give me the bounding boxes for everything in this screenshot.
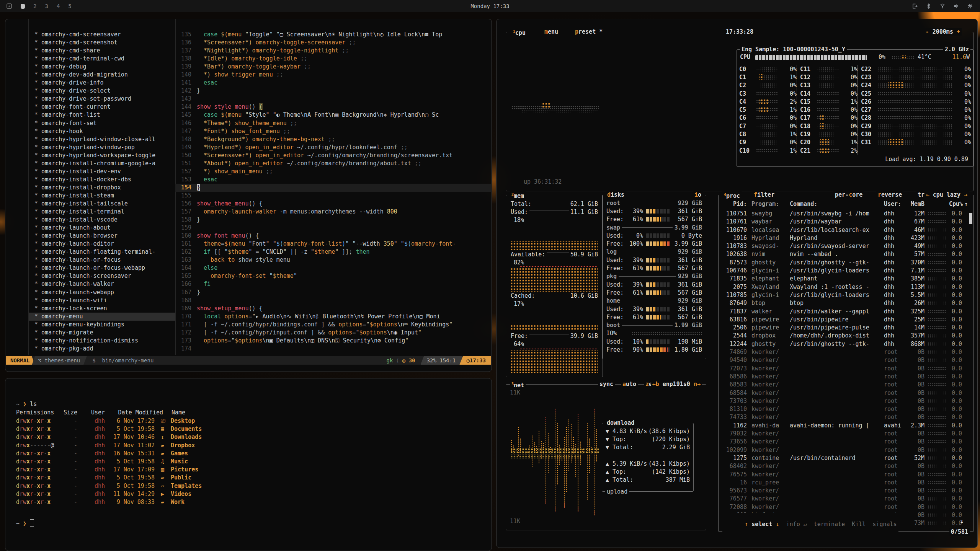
process-row[interactable]: 2506pipewire/usr/bin/pipewire-pulsedhh14… bbox=[719, 324, 973, 332]
file-item[interactable]: * omarchy-drive-info bbox=[29, 79, 175, 87]
file-item[interactable]: * omarchy-hook bbox=[29, 127, 175, 135]
reverse-toggle[interactable]: reverse bbox=[876, 191, 903, 199]
file-item[interactable]: * omarchy-launch-browser bbox=[29, 232, 175, 240]
process-row[interactable]: 63816pipewire/usr/bin/pipewiredhh25M0.0 bbox=[719, 316, 973, 324]
process-row[interactable]: 87649btopbtopdhh26M0.0 bbox=[719, 299, 973, 307]
process-row[interactable]: 16rcu_preeroot0B0.0 bbox=[719, 479, 973, 487]
update-interval[interactable]: - 2000ms + bbox=[924, 28, 962, 36]
process-row[interactable]: 110785glycin-i/usr/lib/glycin-loadersdhh… bbox=[719, 291, 973, 299]
file-item[interactable]: * omarchy-install-dropbox bbox=[29, 184, 175, 192]
process-row[interactable]: 2544dropbox/home/dhh/.dropbox-distdhh357… bbox=[719, 332, 973, 340]
per-core-toggle[interactable]: per-core bbox=[833, 191, 864, 199]
file-item[interactable]: * omarchy-menu bbox=[29, 313, 175, 321]
process-row[interactable]: 68583kworker/root0B0.0 bbox=[719, 381, 973, 389]
process-row[interactable]: 79032kworker/root0B0.0 bbox=[719, 430, 973, 438]
process-row[interactable]: 1275containe/usr/bin/containerdroot52M0.… bbox=[719, 454, 973, 462]
process-row[interactable]: 74869kworker/root0B0.0 bbox=[719, 348, 973, 356]
process-row[interactable]: 12244ghostty/usr/bin/ghostty --gtk-dhh86… bbox=[719, 340, 973, 348]
file-item[interactable]: * omarchy-dev-add-migration bbox=[29, 71, 175, 79]
process-row[interactable]: 76577kworker/root0B0.0 bbox=[719, 495, 973, 503]
file-item[interactable]: * omarchy-hyprland-window-pop bbox=[29, 143, 175, 152]
process-row[interactable]: 94540kworker/root0B0.0 bbox=[719, 356, 973, 364]
menu-button[interactable]: menu bbox=[543, 28, 560, 36]
process-row[interactable]: 95673kworker/root0B0.0 bbox=[719, 487, 973, 495]
process-row[interactable]: 68402kworker/root0B0.0 bbox=[719, 462, 973, 470]
file-item[interactable]: * omarchy-install-steam bbox=[29, 192, 175, 200]
process-row[interactable]: 76575kworker/root0B0.0 bbox=[719, 471, 973, 479]
process-row[interactable]: 81310kworker/root0B0.0 bbox=[719, 405, 973, 413]
file-item[interactable]: * omarchy-drive-select bbox=[29, 87, 175, 95]
file-item[interactable]: * omarchy-font-current bbox=[29, 103, 175, 111]
filter-button[interactable]: filter bbox=[752, 191, 776, 199]
sync-toggle[interactable]: sync bbox=[598, 380, 615, 388]
file-item[interactable]: * omarchy-install-dev-env bbox=[29, 168, 175, 176]
preset-button[interactable]: preset * bbox=[573, 28, 604, 36]
process-row[interactable]: 110761waybar/usr/bin/waybardhh67M0.0 bbox=[719, 218, 973, 226]
prompt-line-2[interactable]: ~ ❯ bbox=[16, 519, 34, 527]
process-row[interactable]: 73703kworker/root0B0.0 bbox=[719, 397, 973, 405]
file-item[interactable]: * omarchy-cmd-share bbox=[29, 47, 175, 55]
disks-box-title[interactable]: disks bbox=[606, 191, 626, 199]
file-item[interactable]: * omarchy-launch-editor bbox=[29, 240, 175, 248]
process-row[interactable]: 1162avahi-daavahi-daemon: running [avahi… bbox=[719, 422, 973, 430]
file-item[interactable]: * omarchy-cmd-terminal-cwd bbox=[29, 55, 175, 63]
process-row[interactable]: 72088kworker/root0B0.0 bbox=[719, 503, 973, 511]
file-item[interactable]: * omarchy-hyprland-window-close-all bbox=[29, 135, 175, 143]
process-row[interactable]: 110670localsea/usr/lib/localsearch-exdhh… bbox=[719, 226, 973, 234]
sort-selector[interactable]: ← cpu lazy → bbox=[924, 191, 969, 199]
file-item[interactable]: * omarchy-notification-dismiss bbox=[29, 337, 175, 345]
file-item[interactable]: * omarchy-launch-floating-terminal- bbox=[29, 248, 175, 256]
file-item[interactable]: * omarchy-debug bbox=[29, 63, 175, 71]
process-row[interactable]: 68584kworker/root0B0.0 bbox=[719, 389, 973, 397]
net-box-title[interactable]: 3net bbox=[510, 380, 526, 389]
io-toggle[interactable]: io bbox=[693, 191, 703, 199]
proc-box-title[interactable]: 4proc bbox=[722, 191, 742, 200]
process-row[interactable]: 1916HyprlandHyprlanddhh423M0.0 bbox=[719, 234, 973, 242]
file-item[interactable]: * omarchy-font-set bbox=[29, 119, 175, 127]
file-item[interactable]: * omarchy-hyprland-workspace-toggle bbox=[29, 152, 175, 160]
file-item[interactable]: * omarchy-pkg-add bbox=[29, 345, 175, 353]
file-item[interactable]: * omarchy-menu-keybindings bbox=[29, 321, 175, 329]
file-item[interactable]: * omarchy-lock-screen bbox=[29, 305, 175, 313]
interface-selector[interactable]: ←b enp191s0 n→ bbox=[651, 380, 702, 388]
file-item[interactable]: * omarchy-install-tailscale bbox=[29, 200, 175, 208]
process-row[interactable]: 74733kworker/root0B0.0 bbox=[719, 413, 973, 421]
code-lines[interactable]: 135 case $(menu "Toggle" "▢ Screensaver\… bbox=[175, 31, 491, 355]
file-item[interactable]: * omarchy-drive-set-password bbox=[29, 95, 175, 103]
file-item[interactable]: * omarchy-launch-or-focus bbox=[29, 256, 175, 264]
file-item[interactable]: * omarchy-cmd-screenshot bbox=[29, 39, 175, 47]
file-item[interactable]: * omarchy-install-vscode bbox=[29, 216, 175, 224]
file-item[interactable]: * omarchy-install-docker-dbs bbox=[29, 176, 175, 184]
terminal-window[interactable]: ~ ❯ ls Permissions Size User Date Modifi… bbox=[5, 378, 492, 551]
proc-rows[interactable]: 110751swaybg/usr/bin/swaybg -i /homdhh12… bbox=[719, 210, 973, 528]
file-item[interactable]: * omarchy-launch-or-focus-webapp bbox=[29, 264, 175, 272]
cpu-box-title[interactable]: 1cpu bbox=[511, 28, 527, 37]
file-item[interactable]: * omarchy-migrate bbox=[29, 329, 175, 337]
file-item[interactable]: * omarchy-launch-walker bbox=[29, 280, 175, 288]
process-row[interactable]: 71837walker/usr/bin/walker --gappldhh325… bbox=[719, 308, 973, 316]
editor-window[interactable]: * omarchy-cmd-screensaver* omarchy-cmd-s… bbox=[5, 19, 492, 372]
process-row[interactable]: 87573ghostty/usr/bin/ghostty --gtk-dhh37… bbox=[719, 259, 973, 267]
process-row[interactable]: 2075XwaylandXwayland :1 -rootless -dhh11… bbox=[719, 283, 973, 291]
memory-box-title[interactable]: 2mem bbox=[510, 191, 526, 200]
process-row[interactable]: 102099kworker/root0B0.0 bbox=[719, 446, 973, 454]
file-item[interactable]: * omarchy-cmd-screensaver bbox=[29, 31, 175, 39]
file-list[interactable]: * omarchy-cmd-screensaver* omarchy-cmd-s… bbox=[29, 31, 175, 353]
process-row[interactable]: 68586kworker/root0B0.0 bbox=[719, 373, 973, 381]
process-row[interactable]: 110783swayosd-/usr/bin/swayosd-serverdhh… bbox=[719, 242, 973, 250]
file-item[interactable]: * omarchy-launch-screensaver bbox=[29, 272, 175, 280]
proc-scrollbar[interactable] bbox=[969, 213, 972, 224]
file-item[interactable]: * omarchy-launch-about bbox=[29, 224, 175, 232]
process-row[interactable]: 72073kworker/root0B0.0 bbox=[719, 365, 973, 373]
process-row[interactable]: 102638nvimnvim --embed .dhh57M0.0 bbox=[719, 250, 973, 258]
file-item[interactable]: * omarchy-install-terminal bbox=[29, 208, 175, 216]
file-item[interactable]: * omarchy-launch-webapp bbox=[29, 289, 175, 297]
auto-toggle[interactable]: auto bbox=[621, 380, 638, 388]
process-row[interactable]: 110751swaybg/usr/bin/swaybg -i /homdhh12… bbox=[719, 210, 973, 218]
file-item[interactable]: * omarchy-install-chromium-google-a bbox=[29, 160, 175, 168]
process-row[interactable]: 71835elephantelephantdhh385M0.0 bbox=[719, 275, 973, 283]
process-row[interactable]: 106746glycin-i/usr/lib/glycin-loadersdhh… bbox=[719, 267, 973, 275]
system-monitor-window[interactable]: 1cpu menu preset * 17:33:28 - 2000ms + u… bbox=[496, 19, 978, 548]
file-item[interactable]: * omarchy-font-list bbox=[29, 111, 175, 119]
process-row[interactable]: 73656kworker/root0B0.0 bbox=[719, 438, 973, 446]
